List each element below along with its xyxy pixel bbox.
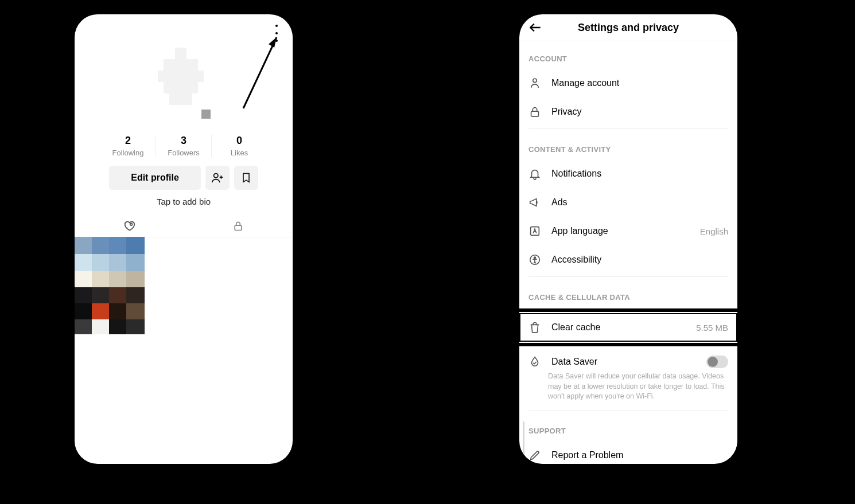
stat-following[interactable]: 2 Following — [100, 135, 156, 157]
bookmark-button[interactable] — [234, 166, 258, 190]
accessibility-icon — [528, 253, 541, 266]
notifications-row[interactable]: Notifications — [519, 159, 737, 188]
section-header-cache: CACHE & CELLULAR DATA — [519, 279, 737, 307]
svg-point-5 — [533, 79, 537, 82]
heart-eye-off-icon — [123, 220, 135, 232]
cache-size-value: 5.55 MB — [696, 323, 728, 333]
edit-profile-button[interactable]: Edit profile — [109, 166, 201, 190]
stat-count: 3 — [156, 135, 211, 147]
button-label: Edit profile — [131, 173, 179, 183]
person-plus-icon — [211, 171, 224, 184]
row-label: Accessibility — [551, 255, 728, 265]
svg-rect-4 — [235, 225, 242, 230]
divider — [528, 410, 728, 411]
pencil-icon — [528, 449, 541, 462]
back-arrow-icon — [528, 20, 543, 35]
stat-label: Likes — [212, 149, 267, 157]
trash-icon — [528, 321, 541, 334]
droplet-icon — [528, 355, 541, 368]
add-bio-prompt[interactable]: Tap to add bio — [75, 197, 293, 206]
annotation-arrow — [239, 27, 290, 113]
profile-actions: Edit profile — [75, 166, 293, 190]
data-saver-row[interactable]: Data Saver — [519, 347, 737, 372]
stat-label: Followers — [156, 149, 211, 157]
svg-point-9 — [534, 257, 536, 259]
privacy-row[interactable]: Privacy — [519, 97, 737, 126]
row-label: Clear cache — [551, 322, 686, 333]
stat-followers[interactable]: 3 Followers — [156, 135, 211, 157]
row-label: Ads — [551, 197, 728, 208]
person-icon — [528, 77, 541, 89]
report-problem-row[interactable]: Report a Problem — [519, 441, 737, 464]
page-title: Settings and privacy — [578, 22, 679, 34]
stat-label: Following — [100, 149, 156, 157]
avatar-placeholder — [152, 48, 215, 119]
section-header-content: CONTENT & ACTIVITY — [519, 131, 737, 159]
video-thumbnail[interactable] — [75, 237, 145, 334]
section-header-account: ACCOUNT — [519, 41, 737, 69]
row-label: Notifications — [551, 169, 728, 179]
bookmark-icon — [240, 172, 252, 183]
manage-account-row[interactable]: Manage account — [519, 69, 737, 97]
row-label: Report a Problem — [551, 450, 728, 460]
svg-point-3 — [130, 223, 133, 225]
lock-icon — [232, 220, 244, 232]
back-button[interactable] — [525, 14, 546, 41]
svg-point-2 — [214, 174, 218, 178]
data-saver-description: Data Saver will reduce your cellular dat… — [519, 372, 737, 408]
divider — [528, 276, 728, 277]
add-friend-button[interactable] — [205, 166, 230, 190]
accessibility-row[interactable]: Accessibility — [519, 245, 737, 274]
language-current: English — [700, 226, 728, 236]
settings-screen: Settings and privacy ACCOUNT Manage acco… — [519, 14, 737, 464]
ads-row[interactable]: Ads — [519, 188, 737, 217]
scrollbar[interactable] — [523, 421, 524, 456]
row-label: Privacy — [551, 107, 728, 117]
profile-tabs — [75, 215, 293, 237]
more-menu-button[interactable] — [271, 22, 282, 44]
data-saver-toggle[interactable] — [706, 355, 728, 368]
liked-tab[interactable] — [75, 215, 184, 237]
language-row[interactable]: App language English — [519, 217, 737, 245]
letter-a-icon — [528, 225, 541, 237]
row-label: Data Saver — [551, 357, 696, 367]
divider — [528, 128, 728, 129]
row-label: Manage account — [551, 78, 728, 88]
private-tab[interactable] — [184, 215, 293, 237]
stat-likes[interactable]: 0 Likes — [211, 135, 267, 157]
lock-icon — [528, 106, 541, 118]
stat-count: 0 — [212, 135, 267, 147]
profile-stats: 2 Following 3 Followers 0 Likes — [75, 135, 293, 157]
profile-screen: 2 Following 3 Followers 0 Likes Edit pro… — [75, 14, 293, 464]
section-header-support: SUPPORT — [519, 413, 737, 441]
bell-icon — [528, 167, 541, 180]
svg-line-0 — [243, 37, 277, 108]
settings-header: Settings and privacy — [519, 14, 737, 41]
clear-cache-row[interactable]: Clear cache 5.55 MB — [519, 313, 737, 342]
row-label: App language — [551, 226, 690, 236]
stat-count: 2 — [100, 135, 156, 147]
svg-rect-6 — [531, 111, 539, 116]
megaphone-icon — [528, 196, 541, 209]
